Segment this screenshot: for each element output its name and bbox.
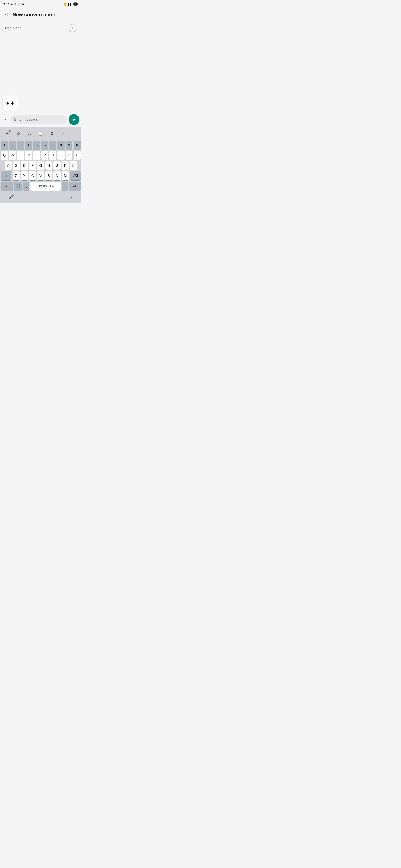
- enter-icon: ↵: [73, 184, 77, 189]
- key-0[interactable]: 0: [74, 141, 81, 150]
- message-input-wrapper[interactable]: [10, 115, 67, 124]
- key-y[interactable]: Y: [41, 151, 49, 160]
- text-format-button[interactable]: A: [25, 129, 34, 138]
- back-icon: <: [5, 12, 8, 17]
- shift-icon: ⬆: [5, 174, 8, 178]
- switch-icon: ⇄: [61, 131, 64, 136]
- key-o[interactable]: O: [65, 151, 73, 160]
- microphone-icon[interactable]: 🎤: [8, 194, 14, 200]
- chevron-right-icon: ›: [5, 117, 6, 122]
- send-icon: ➤: [72, 117, 76, 122]
- send-button[interactable]: ➤: [68, 114, 79, 125]
- status-left: 7:13 🖼 ⚠ ⬜: [3, 2, 24, 6]
- key-4[interactable]: 4: [25, 141, 32, 150]
- battery-indicator: 33: [73, 2, 78, 6]
- key-g[interactable]: G: [37, 161, 44, 170]
- text-format-icon: A: [27, 131, 32, 136]
- key-c[interactable]: C: [29, 171, 36, 181]
- chevron-down-icon[interactable]: ⌄: [68, 194, 73, 200]
- header: < New conversation: [0, 7, 82, 22]
- keyboard-asdf-row: A S D F G H J K L: [1, 161, 81, 170]
- status-time: 7:13: [3, 2, 9, 6]
- message-input-row: › ➤: [0, 113, 82, 127]
- globe-key[interactable]: 🌐: [14, 182, 22, 191]
- sparkle-toolbar-button[interactable]: ✦: [3, 129, 12, 138]
- keyboard-number-row: 1 2 3 4 5 6 7 8 9 0: [1, 141, 81, 150]
- message-area: [0, 35, 82, 93]
- key-t[interactable]: T: [33, 151, 40, 160]
- expand-button[interactable]: ›: [2, 116, 9, 123]
- key-6[interactable]: 6: [41, 141, 49, 150]
- key-f[interactable]: F: [29, 161, 36, 170]
- key-9[interactable]: 9: [65, 141, 73, 150]
- key-m[interactable]: M: [62, 171, 69, 181]
- clipboard-icon: 📋: [38, 131, 43, 136]
- key-r[interactable]: R: [25, 151, 32, 160]
- keyboard-toolbar: ✦ ☺ A 📋 ⚙ ⇄ ···: [0, 127, 82, 140]
- key-h[interactable]: H: [45, 161, 52, 170]
- keyboard-bottom-bar: 🎤 ⌄: [0, 192, 82, 203]
- keyboard: 1 2 3 4 5 6 7 8 9 0 Q W E R T Y U I O P …: [0, 140, 82, 192]
- key-5[interactable]: 5: [33, 141, 40, 150]
- keyboard-settings-button[interactable]: ⚙: [47, 129, 56, 138]
- recipient-input[interactable]: [5, 26, 68, 30]
- keyboard-zxcv-row: ⬆ Z X C V B N M ⌫: [1, 171, 81, 181]
- emoji-button[interactable]: ☺: [14, 129, 23, 138]
- backspace-key[interactable]: ⌫: [70, 171, 81, 181]
- message-input[interactable]: [14, 118, 63, 122]
- key-1[interactable]: 1: [1, 141, 8, 150]
- key-k[interactable]: K: [62, 161, 69, 170]
- key-u[interactable]: U: [49, 151, 56, 160]
- warning-icon: ⚠: [14, 2, 17, 6]
- key-q[interactable]: Q: [1, 151, 8, 160]
- back-button[interactable]: <: [2, 11, 10, 18]
- key-7[interactable]: 7: [49, 141, 56, 150]
- space-key[interactable]: English (US): [30, 182, 61, 191]
- key-b[interactable]: B: [45, 171, 52, 181]
- globe-icon: 🌐: [16, 184, 21, 188]
- add-recipient-button[interactable]: +: [68, 24, 77, 32]
- more-options-button[interactable]: ···: [69, 129, 79, 138]
- enter-key[interactable]: ↵: [69, 182, 81, 191]
- switch-language-button[interactable]: ⇄: [58, 129, 68, 138]
- key-e[interactable]: E: [17, 151, 24, 160]
- key-i[interactable]: I: [57, 151, 64, 160]
- key-p[interactable]: P: [74, 151, 81, 160]
- key-8[interactable]: 8: [57, 141, 64, 150]
- key-s[interactable]: S: [13, 161, 20, 170]
- page-title: New conversation: [12, 12, 55, 18]
- signal-icon: ▌▌: [68, 3, 72, 6]
- symbols-key[interactable]: !#1: [1, 182, 13, 191]
- key-v[interactable]: V: [37, 171, 44, 181]
- key-z[interactable]: Z: [12, 171, 20, 181]
- more-icon: ···: [73, 131, 76, 136]
- shift-key[interactable]: ⬆: [1, 171, 11, 181]
- keyboard-qwerty-row: Q W E R T Y U I O P: [1, 151, 81, 160]
- key-n[interactable]: N: [54, 171, 61, 181]
- wifi-icon: 📶: [64, 3, 67, 6]
- photo-icon: 🖼: [10, 2, 13, 6]
- comma-key[interactable]: ,: [23, 182, 29, 191]
- key-l[interactable]: L: [70, 161, 77, 170]
- key-j[interactable]: J: [54, 161, 61, 170]
- status-bar: 7:13 🖼 ⚠ ⬜ 📶 ▌▌ 33: [0, 0, 82, 7]
- ai-suggestion-bubble[interactable]: ✦✦: [2, 96, 18, 111]
- period-key[interactable]: .: [62, 182, 68, 191]
- backspace-icon: ⌫: [73, 174, 78, 178]
- clipboard-button[interactable]: 📋: [36, 129, 45, 138]
- key-d[interactable]: D: [21, 161, 28, 170]
- key-2[interactable]: 2: [9, 141, 16, 150]
- key-a[interactable]: A: [5, 161, 12, 170]
- screen-icon: ⬜: [18, 2, 21, 6]
- keyboard-bottom-row: !#1 🌐 , English (US) . ↵: [1, 182, 81, 191]
- sparkle-toolbar-icon: ✦: [5, 131, 9, 136]
- key-x[interactable]: X: [21, 171, 28, 181]
- status-right: 📶 ▌▌ 33: [64, 2, 78, 6]
- recipient-row: +: [2, 22, 80, 35]
- settings-icon: ⚙: [50, 131, 54, 136]
- notification-dot: [9, 130, 11, 132]
- key-3[interactable]: 3: [17, 141, 24, 150]
- emoji-icon: ☺: [16, 131, 21, 136]
- key-w[interactable]: W: [9, 151, 16, 160]
- dot-icon: [22, 3, 24, 5]
